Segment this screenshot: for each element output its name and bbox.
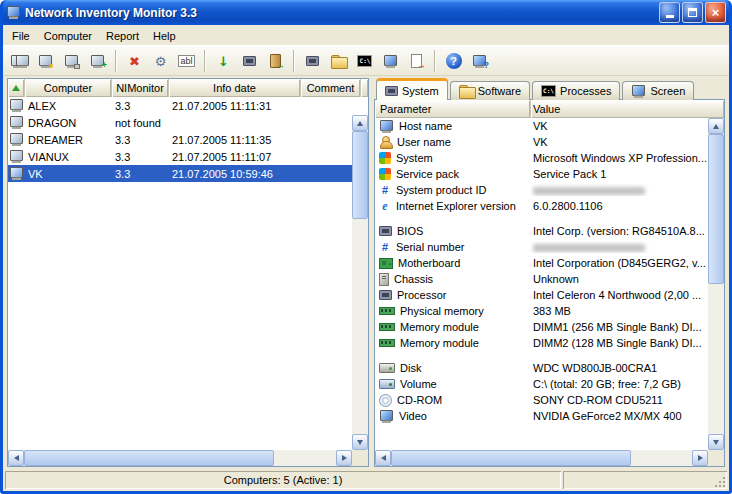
exit-button[interactable]: → bbox=[263, 49, 288, 73]
scroll-track[interactable] bbox=[352, 131, 368, 434]
scroll-track[interactable] bbox=[24, 450, 336, 466]
computer-row-dragon[interactable]: DRAGON not found bbox=[8, 114, 352, 131]
scroll-thumb[interactable] bbox=[24, 450, 274, 466]
scroll-track[interactable] bbox=[708, 134, 724, 434]
detail-row-video[interactable]: Video NVIDIA GeForce2 MX/MX 400 bbox=[375, 408, 708, 424]
menu-report[interactable]: Report bbox=[99, 28, 146, 44]
marker-icon bbox=[49, 64, 53, 68]
scroll-down-button[interactable] bbox=[708, 434, 724, 450]
column-header-info-date[interactable]: Info date bbox=[169, 79, 301, 97]
vertical-scrollbar[interactable] bbox=[352, 115, 368, 450]
detail-row-serial-number[interactable]: Serial number bbox=[375, 239, 708, 255]
detail-row-chassis[interactable]: Chassis Unknown bbox=[375, 271, 708, 287]
toolbar-separator bbox=[434, 50, 436, 72]
column-header-computer[interactable]: Computer bbox=[25, 79, 112, 97]
arrow-down-icon bbox=[357, 440, 363, 448]
detail-row-ie-version[interactable]: Internet Explorer version 6.0.2800.1106 bbox=[375, 198, 708, 214]
scroll-thumb[interactable] bbox=[391, 450, 631, 466]
tab-screen[interactable]: Screen bbox=[622, 81, 694, 100]
column-header-parameter[interactable]: Parameter bbox=[375, 100, 531, 118]
scroll-thumb[interactable] bbox=[352, 131, 368, 219]
minimize-button[interactable] bbox=[659, 2, 680, 23]
status-panel: Computers: 5 (Active: 1) bbox=[5, 471, 561, 489]
detail-row-service-pack[interactable]: Service pack Service Pack 1 bbox=[375, 166, 708, 182]
nimonitor-version: 3.3 bbox=[112, 134, 169, 146]
screen-info-button[interactable] bbox=[378, 49, 403, 73]
detail-row-system[interactable]: System Microsoft Windows XP Profession..… bbox=[375, 150, 708, 166]
get-info-button[interactable]: ↓ bbox=[211, 49, 236, 73]
detail-row-disk[interactable]: Disk WDC WD800JB-00CRA1 bbox=[375, 360, 708, 376]
detail-row-host-name[interactable]: Host name VK bbox=[375, 118, 708, 134]
detail-pane: System Software C:\ Processes Screen bbox=[374, 78, 725, 467]
options-button[interactable]: ⚙ bbox=[148, 49, 173, 73]
scroll-left-button[interactable] bbox=[8, 450, 24, 466]
detail-row-motherboard[interactable]: Motherboard Intel Corporation (D845GERG2… bbox=[375, 255, 708, 271]
scroll-down-button[interactable] bbox=[352, 434, 368, 450]
delete-computer-button[interactable]: ✖ bbox=[122, 49, 147, 73]
detail-row-user-name[interactable]: User name VK bbox=[375, 134, 708, 150]
monitor-icon bbox=[383, 55, 398, 68]
scroll-right-button[interactable] bbox=[336, 450, 352, 466]
toolbar-separator bbox=[204, 50, 206, 72]
sort-column-header[interactable] bbox=[8, 79, 25, 97]
column-header-filler bbox=[361, 79, 368, 97]
detail-row-cdrom[interactable]: CD-ROM SONY CD-ROM CDU5211 bbox=[375, 392, 708, 408]
redacted-value bbox=[533, 244, 645, 252]
param-label: Memory module bbox=[400, 321, 479, 333]
param-label: Volume bbox=[400, 378, 437, 390]
close-button[interactable]: × bbox=[705, 2, 726, 23]
computer-row-vk-selected[interactable]: VK 3.3 21.07.2005 10:59:46 bbox=[8, 165, 352, 182]
computer-row-alex[interactable]: ALEX 3.3 21.07.2005 11:11:31 bbox=[8, 97, 352, 114]
horizontal-scrollbar[interactable] bbox=[8, 450, 352, 466]
vertical-scrollbar[interactable] bbox=[708, 118, 724, 450]
detail-row-bios[interactable]: BIOS Intel Corp. (version: RG84510A.8... bbox=[375, 223, 708, 239]
tab-software[interactable]: Software bbox=[450, 81, 530, 100]
column-header-value[interactable]: Value bbox=[531, 100, 724, 118]
param-label: Service pack bbox=[396, 168, 459, 180]
help-button[interactable]: ? bbox=[441, 49, 466, 73]
scroll-track[interactable] bbox=[391, 450, 692, 466]
computer-row-vianux[interactable]: VIANUX 3.3 21.07.2005 11:11:07 bbox=[8, 148, 352, 165]
detail-row-memory-module-1[interactable]: Memory module DIMM1 (256 MB Single Bank)… bbox=[375, 319, 708, 335]
tab-system[interactable]: System bbox=[376, 78, 448, 100]
scroll-right-button[interactable] bbox=[692, 450, 708, 466]
arrow-down-icon bbox=[713, 440, 719, 448]
monitor-icon bbox=[631, 85, 646, 98]
scroll-left-button[interactable] bbox=[375, 450, 391, 466]
param-label: Disk bbox=[400, 362, 421, 374]
scroll-thumb[interactable] bbox=[708, 134, 724, 284]
nimonitor-version: 3.3 bbox=[112, 151, 169, 163]
software-info-button[interactable] bbox=[326, 49, 351, 73]
menu-help[interactable]: Help bbox=[146, 28, 183, 44]
get-info-all-button[interactable]: ⇊ bbox=[237, 49, 262, 73]
detail-row-processor[interactable]: Processor Intel Celeron 4 Northwood (2,0… bbox=[375, 287, 708, 303]
rename-button[interactable]: abl bbox=[174, 49, 199, 73]
detail-row-product-id[interactable]: System product ID bbox=[375, 182, 708, 198]
arrow-up-icon bbox=[357, 118, 363, 126]
import-computer-button[interactable] bbox=[59, 49, 84, 73]
column-header-comment[interactable]: Comment bbox=[301, 79, 361, 97]
detail-row-physical-memory[interactable]: Physical memory 383 MB bbox=[375, 303, 708, 319]
menu-computer[interactable]: Computer bbox=[37, 28, 99, 44]
scroll-up-button[interactable] bbox=[352, 115, 368, 131]
tab-processes[interactable]: C:\ Processes bbox=[532, 81, 620, 100]
add-computer-button[interactable]: + bbox=[85, 49, 110, 73]
resize-grip[interactable] bbox=[713, 475, 727, 489]
detail-row-memory-module-2[interactable]: Memory module DIMM2 (128 MB Single Bank)… bbox=[375, 335, 708, 351]
about-button[interactable]: ? bbox=[467, 49, 492, 73]
computer-rows: ALEX 3.3 21.07.2005 11:11:31 DRAGON not … bbox=[8, 97, 352, 450]
computer-row-dreamer[interactable]: DREAMER 3.3 21.07.2005 11:11:35 bbox=[8, 131, 352, 148]
detail-row-volume[interactable]: Volume C:\ (total: 20 GB; free: 7,2 GB) bbox=[375, 376, 708, 392]
system-info-button[interactable] bbox=[300, 49, 325, 73]
menu-file[interactable]: File bbox=[5, 28, 37, 44]
horizontal-scrollbar[interactable] bbox=[375, 450, 708, 466]
scan-network-button[interactable] bbox=[7, 49, 32, 73]
maximize-button[interactable] bbox=[682, 2, 703, 23]
computer-properties-button[interactable] bbox=[33, 49, 58, 73]
arrow-right-icon bbox=[342, 455, 350, 461]
scroll-up-button[interactable] bbox=[708, 118, 724, 134]
column-header-nimonitor[interactable]: NIMonitor bbox=[112, 79, 169, 97]
export-report-button[interactable]: → bbox=[404, 49, 429, 73]
hash-icon bbox=[379, 184, 391, 197]
processes-info-button[interactable]: C:\ bbox=[352, 49, 377, 73]
